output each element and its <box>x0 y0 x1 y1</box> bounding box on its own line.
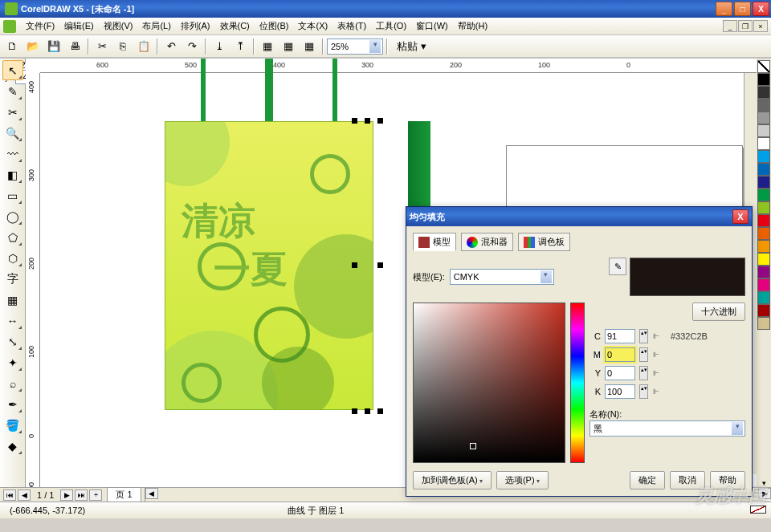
slider-icon[interactable]: ⊩ <box>652 366 660 380</box>
spinner-icon[interactable]: ▴▾ <box>639 384 648 399</box>
add-page-button[interactable]: ＋ <box>89 489 102 501</box>
tab-model[interactable]: 模型 <box>413 233 456 251</box>
menu-effects[interactable]: 效果(C) <box>215 18 255 34</box>
k-input[interactable] <box>605 384 635 399</box>
hscroll-right[interactable]: ▶ <box>758 488 771 499</box>
menu-edit[interactable]: 编辑(E) <box>59 18 99 34</box>
freehand-tool[interactable]: 〰 <box>2 144 23 164</box>
swatch[interactable] <box>757 266 770 278</box>
rectangle-tool[interactable]: ▭ <box>2 185 23 205</box>
redo-button[interactable]: ↷ <box>182 37 202 56</box>
help-button[interactable]: 帮助 <box>710 471 745 489</box>
fill-tool[interactable]: 🪣 <box>2 415 23 435</box>
swatch[interactable] <box>757 253 770 266</box>
new-button[interactable]: 🗋 <box>2 37 22 56</box>
swatch[interactable] <box>757 73 770 86</box>
close-button[interactable]: X <box>753 2 769 16</box>
swatch[interactable] <box>757 150 770 163</box>
swatch[interactable] <box>757 278 770 291</box>
export-button[interactable]: ⤒ <box>230 37 250 56</box>
ok-button[interactable]: 确定 <box>630 471 665 489</box>
ellipse-tool[interactable]: ◯ <box>2 206 23 226</box>
table-tool[interactable]: ▦ <box>2 290 23 310</box>
swatch[interactable] <box>757 201 770 214</box>
undo-button[interactable]: ↶ <box>161 37 181 56</box>
prev-page-button[interactable]: ◀ <box>18 489 31 501</box>
maximize-button[interactable]: □ <box>734 2 751 16</box>
page-tab[interactable]: 页 1 <box>107 487 141 502</box>
swatch[interactable] <box>757 189 770 201</box>
dialog-close-button[interactable]: X <box>732 209 749 224</box>
text-tool[interactable]: 字 <box>2 269 23 289</box>
zoom-tool[interactable]: 🔍 <box>2 123 23 143</box>
mdi-close[interactable]: × <box>753 20 768 32</box>
smart-fill-tool[interactable]: ◧ <box>2 164 23 185</box>
basic-shapes-tool[interactable]: ⬡ <box>2 248 23 268</box>
menu-tools[interactable]: 工具(O) <box>371 18 411 34</box>
ruler-horizontal[interactable]: 600 500 400 300 200 100 0 <box>40 59 757 73</box>
launch-button[interactable]: ▦ <box>279 37 298 56</box>
swatch[interactable] <box>757 163 770 176</box>
menu-file[interactable]: 文件(F) <box>21 18 59 34</box>
spinner-icon[interactable]: ▴▾ <box>639 347 648 362</box>
slider-icon[interactable]: ⊩ <box>652 384 660 399</box>
swatch[interactable] <box>757 240 770 253</box>
menu-text[interactable]: 文本(X) <box>293 18 332 34</box>
zoom-combo[interactable]: 25% <box>327 39 383 55</box>
slider-icon[interactable]: ⊩ <box>652 329 660 343</box>
paste-button[interactable]: 📋 <box>134 37 153 56</box>
mdi-restore[interactable]: ❐ <box>738 20 753 32</box>
swatch[interactable] <box>757 214 770 227</box>
swatch[interactable] <box>757 124 770 137</box>
swatch[interactable] <box>757 227 770 240</box>
interactive-tool[interactable]: ✦ <box>2 352 23 372</box>
first-page-button[interactable]: ⏮ <box>3 489 16 501</box>
dialog-titlebar[interactable]: 均匀填充 X <box>406 207 752 226</box>
ruler-vertical[interactable]: 400 300 200 100 0 100 <box>26 73 40 487</box>
fill-indicator[interactable] <box>749 506 766 515</box>
swatch[interactable] <box>757 176 770 189</box>
menu-window[interactable]: 窗口(W) <box>411 18 453 34</box>
open-button[interactable]: 📂 <box>23 37 43 56</box>
shape-tool[interactable]: ✎ <box>2 81 23 101</box>
mdi-minimize[interactable]: _ <box>723 20 737 32</box>
dimension-tool[interactable]: ↔ <box>2 311 23 331</box>
swatch[interactable] <box>757 317 770 330</box>
paste-menu[interactable]: 粘贴 ▾ <box>391 37 432 56</box>
apply-button[interactable]: ▦ <box>258 37 277 56</box>
cancel-button[interactable]: 取消 <box>670 471 705 489</box>
eyedropper-tool[interactable]: ⌕ <box>2 373 23 393</box>
welcome-button[interactable]: ▦ <box>300 37 319 56</box>
menu-view[interactable]: 视图(V) <box>99 18 138 34</box>
connector-tool[interactable]: ⤡ <box>2 331 23 351</box>
save-button[interactable]: 💾 <box>44 37 63 56</box>
import-button[interactable]: ⤓ <box>210 37 229 56</box>
eyedropper-button[interactable]: ✎ <box>609 258 626 275</box>
polygon-tool[interactable]: ⬠ <box>2 227 23 247</box>
hscroll-left[interactable]: ◀ <box>145 488 158 499</box>
color-model-combo[interactable]: CMYK <box>450 269 554 285</box>
next-page-button[interactable]: ▶ <box>60 489 73 501</box>
menu-table[interactable]: 表格(T) <box>332 18 371 34</box>
menu-bitmap[interactable]: 位图(B) <box>255 18 294 34</box>
c-input[interactable] <box>605 329 635 343</box>
slider-icon[interactable]: ⊩ <box>652 347 660 362</box>
hex-button[interactable]: 十六进制 <box>692 303 745 321</box>
sv-picker[interactable] <box>413 303 565 463</box>
cut-button[interactable]: ✂ <box>92 37 112 56</box>
swatch[interactable] <box>757 291 770 304</box>
minimize-button[interactable]: _ <box>716 2 732 16</box>
swatch-none[interactable] <box>757 60 770 73</box>
spinner-icon[interactable]: ▴▾ <box>639 329 648 343</box>
swatch[interactable] <box>757 304 770 317</box>
color-name-combo[interactable]: 黑 <box>589 420 745 437</box>
last-page-button[interactable]: ⏭ <box>75 489 88 501</box>
swatch[interactable] <box>757 86 770 99</box>
swatch[interactable] <box>757 137 770 150</box>
hue-slider[interactable] <box>570 303 585 463</box>
crop-tool[interactable]: ✂ <box>2 102 23 122</box>
menu-arrange[interactable]: 排列(A) <box>176 18 215 34</box>
menu-layout[interactable]: 布局(L) <box>137 18 175 34</box>
copy-button[interactable]: ⎘ <box>113 37 133 56</box>
interactive-fill-tool[interactable]: ◆ <box>2 436 23 456</box>
